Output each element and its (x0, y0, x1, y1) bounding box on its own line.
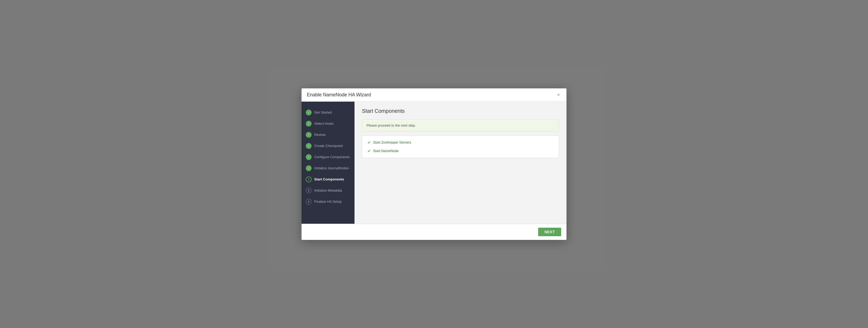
sidebar-item-get-started[interactable]: Get Started (302, 107, 354, 118)
sidebar-item-label: Finalize HA Setup (314, 199, 342, 203)
task-label: Start ZooKeeper Servers (373, 140, 411, 144)
sidebar: Get StartedSelect HostsReviewCreate Chec… (302, 102, 354, 224)
modal-header: Enable NameNode HA Wizard × (302, 88, 566, 102)
sidebar-item-label: Configure Components (314, 155, 350, 159)
sidebar-item-review[interactable]: Review (302, 129, 354, 140)
sidebar-item-label: Create Checkpoint (314, 144, 343, 148)
content-area: Start Components Please proceed to the n… (354, 102, 566, 224)
sidebar-item-label: Review (314, 133, 326, 137)
modal: Enable NameNode HA Wizard × Get StartedS… (302, 88, 566, 240)
check-icon: ✔ (368, 148, 371, 154)
task-label: Start NameNode (373, 149, 399, 153)
page-title: Start Components (362, 108, 559, 114)
modal-title: Enable NameNode HA Wizard (307, 92, 371, 98)
task-item: ✔Start NameNode (368, 148, 554, 154)
task-item: ✔Start ZooKeeper Servers (368, 140, 554, 145)
sidebar-item-label: Start Components (314, 177, 344, 181)
sidebar-item-label: Initialize Metadata (314, 188, 342, 192)
sidebar-item-start-components[interactable]: 7Start Components (302, 174, 354, 185)
next-button[interactable]: NEXT (538, 228, 561, 236)
close-button[interactable]: × (556, 92, 561, 98)
sidebar-item-configure-components[interactable]: Configure Components (302, 152, 354, 163)
sidebar-item-select-hosts[interactable]: Select Hosts (302, 118, 354, 129)
sidebar-item-label: Select Hosts (314, 121, 334, 126)
sidebar-item-finalize-ha-setup[interactable]: 9Finalize HA Setup (302, 196, 354, 207)
modal-footer: NEXT (302, 224, 566, 240)
info-message: Please proceed to the next step. (366, 124, 416, 127)
info-banner: Please proceed to the next step. (362, 119, 559, 131)
check-icon: ✔ (368, 140, 371, 145)
sidebar-item-create-checkpoint[interactable]: Create Checkpoint (302, 140, 354, 152)
task-list: ✔Start ZooKeeper Servers✔Start NameNode (362, 136, 559, 158)
sidebar-item-label: Get Started (314, 110, 332, 114)
sidebar-item-initialize-journalnodes[interactable]: Initialize JournalNodes (302, 163, 354, 174)
modal-body: Get StartedSelect HostsReviewCreate Chec… (302, 102, 566, 224)
sidebar-item-initialize-metadata[interactable]: 8Initialize Metadata (302, 185, 354, 196)
sidebar-item-label: Initialize JournalNodes (314, 166, 349, 170)
